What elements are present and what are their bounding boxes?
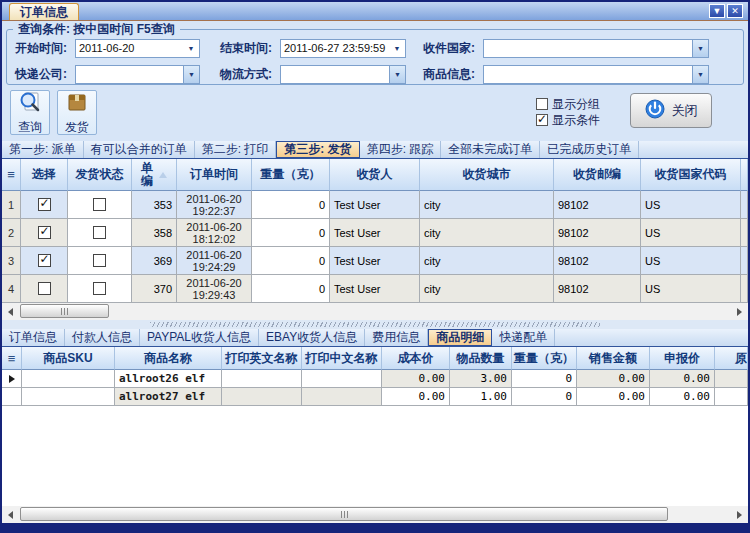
chevron-down-icon[interactable]: ▼ [692, 66, 708, 83]
column-header-zip[interactable]: 收货邮编 [554, 159, 641, 191]
current-row-icon [9, 375, 15, 383]
recipient-country-combo[interactable]: ▼ [483, 39, 709, 58]
tab-finished-history[interactable]: 已完成历史订单 [540, 141, 639, 158]
show-condition-checkbox[interactable]: 显示条件 [536, 112, 600, 128]
logistics-method-value [281, 66, 389, 83]
column-header-order-time[interactable]: 订单时间 [177, 159, 252, 191]
scrollbar-thumb[interactable] [20, 507, 668, 521]
tab-step3-ship[interactable]: 第三步: 发货 [276, 141, 359, 158]
column-header-cost[interactable]: 成本价 [382, 347, 450, 370]
order-row[interactable]: 3 369 2011-06-2019:24:29 0 Test User cit… [2, 247, 748, 275]
splitter-handle[interactable] [2, 320, 748, 329]
orders-grid-hscrollbar[interactable] [2, 303, 748, 320]
order-row[interactable]: 4 370 2011-06-2019:29:43 0 Test User cit… [2, 275, 748, 303]
column-header-qty[interactable]: 物品数量 [450, 347, 512, 370]
tab-step4-track[interactable]: 第四步: 跟踪 [360, 141, 442, 158]
show-group-checkbox[interactable]: 显示分组 [536, 96, 600, 112]
products-grid-header: ≡ 商品SKU 商品名称 打印英文名称 打印中文名称 成本价 物品数量 重量（克… [2, 347, 748, 370]
tab-payer-info[interactable]: 付款人信息 [65, 329, 140, 346]
select-checkbox[interactable] [38, 226, 51, 239]
step-tabs: 第一步: 派单 有可以合并的订单 第二步: 打印 第三步: 发货 第四步: 跟踪… [2, 141, 748, 159]
show-condition-label: 显示条件 [552, 112, 600, 129]
chevron-down-icon[interactable]: ▼ [692, 40, 708, 57]
tab-mergeable-orders[interactable]: 有可以合并的订单 [84, 141, 195, 158]
product-info-combo[interactable]: ▼ [483, 65, 709, 84]
scroll-left-icon[interactable] [2, 303, 19, 320]
zip-cell: 98102 [554, 247, 641, 275]
column-header-clipped[interactable]: 原 [715, 347, 748, 370]
column-header-sale-amount[interactable]: 销售金额 [577, 347, 650, 370]
logistics-method-combo[interactable]: ▼ [280, 65, 406, 84]
select-checkbox[interactable] [38, 282, 51, 295]
column-header-print-cn[interactable]: 打印中文名称 [302, 347, 382, 370]
ship-status-checkbox[interactable] [93, 226, 106, 239]
column-header-select[interactable]: 选择 [21, 159, 68, 191]
zip-cell: 98102 [554, 191, 641, 219]
sale-cell: 0.00 [577, 370, 650, 388]
window-title-tab[interactable]: 订单信息 [9, 3, 79, 20]
close-button[interactable]: 关闭 [630, 93, 712, 128]
column-header-order-no[interactable]: 单 编 [132, 159, 177, 191]
chevron-down-icon[interactable]: ▼ [389, 40, 405, 57]
select-checkbox[interactable] [38, 254, 51, 267]
weight-cell[interactable]: 0 [252, 247, 330, 275]
order-row[interactable]: 2 358 2011-06-2018:12:02 0 Test User cit… [2, 219, 748, 247]
column-header-sku[interactable]: 商品SKU [22, 347, 115, 370]
chevron-down-icon[interactable]: ▼ [389, 66, 405, 83]
tab-fee-info[interactable]: 费用信息 [365, 329, 428, 346]
grid-menu-icon[interactable]: ≡ [2, 159, 21, 191]
column-header-ship-status[interactable]: 发货状态 [68, 159, 132, 191]
column-header-name[interactable]: 商品名称 [115, 347, 222, 370]
start-time-combo[interactable]: 2011-06-20 ▼ [75, 39, 200, 58]
tab-all-unfinished[interactable]: 全部未完成订单 [441, 141, 540, 158]
chevron-down-icon[interactable]: ▼ [183, 40, 199, 57]
column-header-consignee[interactable]: 收货人 [330, 159, 420, 191]
query-button[interactable]: 查询 [10, 90, 50, 135]
express-company-value [76, 66, 183, 83]
column-header-print-en[interactable]: 打印英文名称 [222, 347, 302, 370]
tab-step1-dispatch[interactable]: 第一步: 派单 [2, 141, 84, 158]
tab-product-detail[interactable]: 商品明细 [428, 329, 492, 346]
column-header-weight[interactable]: 重量（克） [512, 347, 577, 370]
end-time-combo[interactable]: 2011-06-27 23:59:59 ▼ [280, 39, 406, 58]
weight-cell[interactable]: 0 [252, 275, 330, 303]
row-number: 1 [2, 191, 21, 219]
tab-order-info[interactable]: 订单信息 [2, 329, 65, 346]
column-header-filler [741, 159, 748, 191]
product-row[interactable]: allroot26 elf 0.00 3.00 0 0.00 0.00 [2, 370, 748, 388]
ship-status-checkbox[interactable] [93, 254, 106, 267]
express-company-combo[interactable]: ▼ [75, 65, 200, 84]
tab-step2-print[interactable]: 第二步: 打印 [195, 141, 277, 158]
checkbox-icon[interactable] [536, 114, 548, 126]
select-checkbox[interactable] [38, 198, 51, 211]
city-cell: city [420, 191, 554, 219]
tab-paypal-consignee[interactable]: PAYPAL收货人信息 [140, 329, 259, 346]
window-menu-button[interactable]: ▼ [709, 4, 725, 18]
column-header-country-code[interactable]: 收货国家代码 [641, 159, 741, 191]
close-button-label: 关闭 [672, 102, 698, 120]
products-grid-hscrollbar[interactable] [2, 506, 748, 523]
checkbox-icon[interactable] [536, 98, 548, 110]
filler-cell [715, 388, 748, 406]
column-header-weight[interactable]: 重量（克） [252, 159, 330, 191]
ship-status-checkbox[interactable] [93, 282, 106, 295]
ship-status-checkbox[interactable] [93, 198, 106, 211]
product-row[interactable]: allroot27 elf 0.00 1.00 0 0.00 0.00 [2, 388, 748, 406]
column-header-declared-price[interactable]: 申报价 [650, 347, 715, 370]
weight-cell[interactable]: 0 [252, 219, 330, 247]
weight-cell[interactable]: 0 [252, 191, 330, 219]
tab-ebay-consignee[interactable]: EBAY收货人信息 [259, 329, 365, 346]
scrollbar-thumb[interactable] [20, 304, 109, 318]
ship-button-label: 发货 [65, 119, 89, 136]
chevron-down-icon[interactable]: ▼ [183, 66, 199, 83]
ship-button[interactable]: 发货 [57, 90, 97, 135]
qty-cell: 3.00 [450, 370, 512, 388]
column-header-city[interactable]: 收货城市 [420, 159, 554, 191]
scroll-right-icon[interactable] [731, 303, 748, 320]
close-window-button[interactable]: ✕ [727, 4, 743, 18]
grid-menu-icon[interactable]: ≡ [2, 347, 22, 370]
order-row[interactable]: 1 353 2011-06-2019:22:37 0 Test User cit… [2, 191, 748, 219]
scroll-left-icon[interactable] [2, 506, 19, 523]
tab-express-match[interactable]: 快递配单 [492, 329, 555, 346]
scroll-right-icon[interactable] [731, 506, 748, 523]
